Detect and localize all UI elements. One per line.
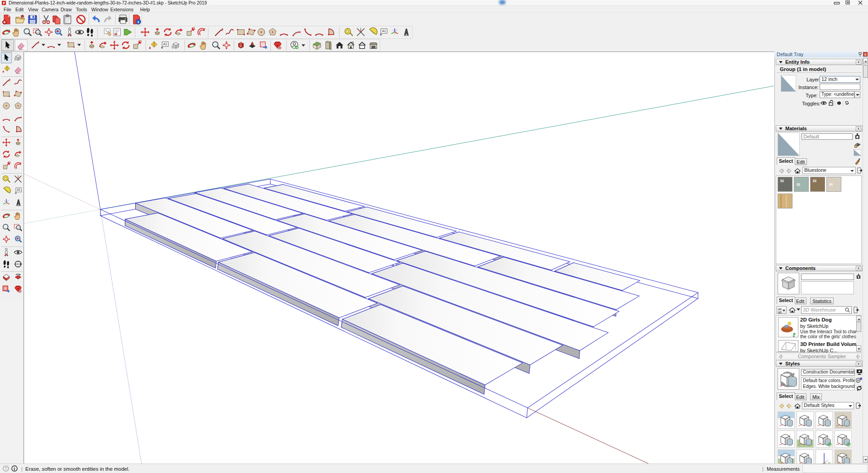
svg-text:?: ?: [5, 466, 7, 471]
svg-text:i: i: [14, 466, 15, 471]
svg-text:A1: A1: [163, 42, 167, 46]
svg-text:A1: A1: [382, 29, 386, 33]
svg-text:5: 5: [240, 44, 242, 47]
svg-text:A1: A1: [17, 188, 20, 191]
